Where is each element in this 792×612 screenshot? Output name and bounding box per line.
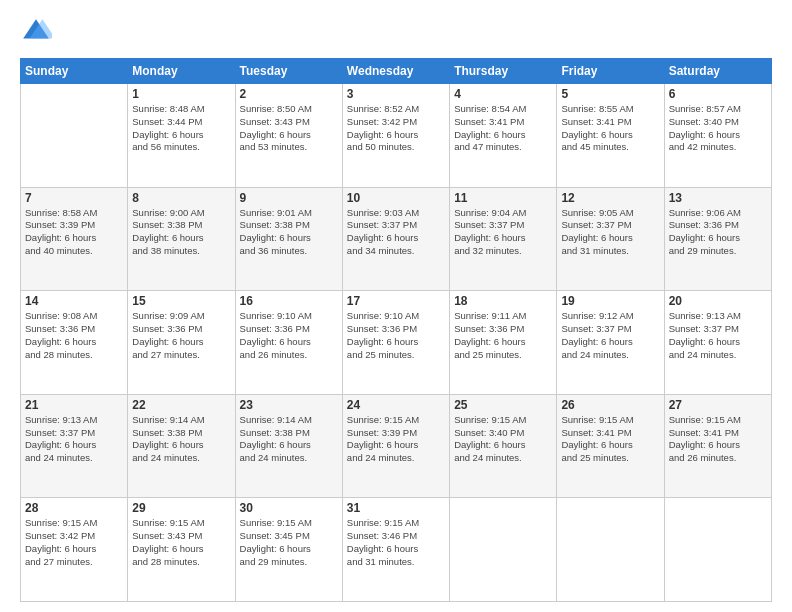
- day-number: 29: [132, 501, 230, 515]
- day-number: 27: [669, 398, 767, 412]
- day-number: 7: [25, 191, 123, 205]
- day-number: 25: [454, 398, 552, 412]
- calendar-cell: 2Sunrise: 8:50 AM Sunset: 3:43 PM Daylig…: [235, 84, 342, 188]
- calendar-cell: 4Sunrise: 8:54 AM Sunset: 3:41 PM Daylig…: [450, 84, 557, 188]
- calendar-cell: 15Sunrise: 9:09 AM Sunset: 3:36 PM Dayli…: [128, 291, 235, 395]
- day-info: Sunrise: 9:08 AM Sunset: 3:36 PM Dayligh…: [25, 310, 123, 361]
- day-info: Sunrise: 9:15 AM Sunset: 3:41 PM Dayligh…: [561, 414, 659, 465]
- day-number: 28: [25, 501, 123, 515]
- calendar-cell: 21Sunrise: 9:13 AM Sunset: 3:37 PM Dayli…: [21, 394, 128, 498]
- day-info: Sunrise: 8:52 AM Sunset: 3:42 PM Dayligh…: [347, 103, 445, 154]
- day-info: Sunrise: 9:14 AM Sunset: 3:38 PM Dayligh…: [240, 414, 338, 465]
- calendar-cell: 24Sunrise: 9:15 AM Sunset: 3:39 PM Dayli…: [342, 394, 449, 498]
- calendar-cell: 8Sunrise: 9:00 AM Sunset: 3:38 PM Daylig…: [128, 187, 235, 291]
- day-number: 31: [347, 501, 445, 515]
- day-number: 2: [240, 87, 338, 101]
- day-number: 16: [240, 294, 338, 308]
- day-header-friday: Friday: [557, 59, 664, 84]
- day-header-thursday: Thursday: [450, 59, 557, 84]
- day-info: Sunrise: 8:57 AM Sunset: 3:40 PM Dayligh…: [669, 103, 767, 154]
- day-header-tuesday: Tuesday: [235, 59, 342, 84]
- day-info: Sunrise: 9:11 AM Sunset: 3:36 PM Dayligh…: [454, 310, 552, 361]
- calendar-cell: 27Sunrise: 9:15 AM Sunset: 3:41 PM Dayli…: [664, 394, 771, 498]
- day-info: Sunrise: 9:15 AM Sunset: 3:40 PM Dayligh…: [454, 414, 552, 465]
- day-number: 24: [347, 398, 445, 412]
- day-number: 6: [669, 87, 767, 101]
- calendar-cell: [450, 498, 557, 602]
- calendar-header-row: SundayMondayTuesdayWednesdayThursdayFrid…: [21, 59, 772, 84]
- calendar-cell: 20Sunrise: 9:13 AM Sunset: 3:37 PM Dayli…: [664, 291, 771, 395]
- calendar: SundayMondayTuesdayWednesdayThursdayFrid…: [20, 58, 772, 602]
- calendar-cell: 22Sunrise: 9:14 AM Sunset: 3:38 PM Dayli…: [128, 394, 235, 498]
- calendar-cell: 7Sunrise: 8:58 AM Sunset: 3:39 PM Daylig…: [21, 187, 128, 291]
- day-number: 11: [454, 191, 552, 205]
- day-info: Sunrise: 9:09 AM Sunset: 3:36 PM Dayligh…: [132, 310, 230, 361]
- day-info: Sunrise: 8:50 AM Sunset: 3:43 PM Dayligh…: [240, 103, 338, 154]
- calendar-cell: [557, 498, 664, 602]
- day-number: 22: [132, 398, 230, 412]
- day-info: Sunrise: 9:03 AM Sunset: 3:37 PM Dayligh…: [347, 207, 445, 258]
- day-number: 12: [561, 191, 659, 205]
- day-header-saturday: Saturday: [664, 59, 771, 84]
- day-info: Sunrise: 9:01 AM Sunset: 3:38 PM Dayligh…: [240, 207, 338, 258]
- day-number: 23: [240, 398, 338, 412]
- day-number: 8: [132, 191, 230, 205]
- calendar-cell: 25Sunrise: 9:15 AM Sunset: 3:40 PM Dayli…: [450, 394, 557, 498]
- logo-icon: [20, 16, 52, 48]
- calendar-cell: 17Sunrise: 9:10 AM Sunset: 3:36 PM Dayli…: [342, 291, 449, 395]
- calendar-cell: 1Sunrise: 8:48 AM Sunset: 3:44 PM Daylig…: [128, 84, 235, 188]
- calendar-cell: 30Sunrise: 9:15 AM Sunset: 3:45 PM Dayli…: [235, 498, 342, 602]
- calendar-cell: 5Sunrise: 8:55 AM Sunset: 3:41 PM Daylig…: [557, 84, 664, 188]
- day-info: Sunrise: 9:15 AM Sunset: 3:39 PM Dayligh…: [347, 414, 445, 465]
- calendar-cell: [664, 498, 771, 602]
- calendar-cell: 26Sunrise: 9:15 AM Sunset: 3:41 PM Dayli…: [557, 394, 664, 498]
- calendar-cell: 3Sunrise: 8:52 AM Sunset: 3:42 PM Daylig…: [342, 84, 449, 188]
- calendar-cell: 14Sunrise: 9:08 AM Sunset: 3:36 PM Dayli…: [21, 291, 128, 395]
- week-row-0: 1Sunrise: 8:48 AM Sunset: 3:44 PM Daylig…: [21, 84, 772, 188]
- day-number: 18: [454, 294, 552, 308]
- week-row-3: 21Sunrise: 9:13 AM Sunset: 3:37 PM Dayli…: [21, 394, 772, 498]
- day-info: Sunrise: 9:04 AM Sunset: 3:37 PM Dayligh…: [454, 207, 552, 258]
- day-info: Sunrise: 9:10 AM Sunset: 3:36 PM Dayligh…: [240, 310, 338, 361]
- day-info: Sunrise: 9:15 AM Sunset: 3:45 PM Dayligh…: [240, 517, 338, 568]
- day-info: Sunrise: 8:58 AM Sunset: 3:39 PM Dayligh…: [25, 207, 123, 258]
- calendar-cell: 6Sunrise: 8:57 AM Sunset: 3:40 PM Daylig…: [664, 84, 771, 188]
- day-info: Sunrise: 8:48 AM Sunset: 3:44 PM Dayligh…: [132, 103, 230, 154]
- day-info: Sunrise: 9:13 AM Sunset: 3:37 PM Dayligh…: [669, 310, 767, 361]
- day-info: Sunrise: 9:12 AM Sunset: 3:37 PM Dayligh…: [561, 310, 659, 361]
- week-row-4: 28Sunrise: 9:15 AM Sunset: 3:42 PM Dayli…: [21, 498, 772, 602]
- calendar-cell: 19Sunrise: 9:12 AM Sunset: 3:37 PM Dayli…: [557, 291, 664, 395]
- day-info: Sunrise: 9:06 AM Sunset: 3:36 PM Dayligh…: [669, 207, 767, 258]
- day-info: Sunrise: 9:15 AM Sunset: 3:42 PM Dayligh…: [25, 517, 123, 568]
- day-number: 26: [561, 398, 659, 412]
- day-number: 30: [240, 501, 338, 515]
- header: [20, 16, 772, 48]
- day-number: 21: [25, 398, 123, 412]
- day-number: 9: [240, 191, 338, 205]
- day-number: 3: [347, 87, 445, 101]
- day-info: Sunrise: 8:55 AM Sunset: 3:41 PM Dayligh…: [561, 103, 659, 154]
- week-row-2: 14Sunrise: 9:08 AM Sunset: 3:36 PM Dayli…: [21, 291, 772, 395]
- week-row-1: 7Sunrise: 8:58 AM Sunset: 3:39 PM Daylig…: [21, 187, 772, 291]
- calendar-cell: 18Sunrise: 9:11 AM Sunset: 3:36 PM Dayli…: [450, 291, 557, 395]
- logo: [20, 16, 56, 48]
- day-info: Sunrise: 9:13 AM Sunset: 3:37 PM Dayligh…: [25, 414, 123, 465]
- calendar-cell: 29Sunrise: 9:15 AM Sunset: 3:43 PM Dayli…: [128, 498, 235, 602]
- day-header-monday: Monday: [128, 59, 235, 84]
- day-info: Sunrise: 9:15 AM Sunset: 3:43 PM Dayligh…: [132, 517, 230, 568]
- day-number: 17: [347, 294, 445, 308]
- day-number: 19: [561, 294, 659, 308]
- day-number: 4: [454, 87, 552, 101]
- calendar-cell: 31Sunrise: 9:15 AM Sunset: 3:46 PM Dayli…: [342, 498, 449, 602]
- day-info: Sunrise: 9:15 AM Sunset: 3:41 PM Dayligh…: [669, 414, 767, 465]
- day-info: Sunrise: 9:05 AM Sunset: 3:37 PM Dayligh…: [561, 207, 659, 258]
- day-info: Sunrise: 9:00 AM Sunset: 3:38 PM Dayligh…: [132, 207, 230, 258]
- day-number: 15: [132, 294, 230, 308]
- calendar-cell: 23Sunrise: 9:14 AM Sunset: 3:38 PM Dayli…: [235, 394, 342, 498]
- day-info: Sunrise: 9:10 AM Sunset: 3:36 PM Dayligh…: [347, 310, 445, 361]
- day-header-wednesday: Wednesday: [342, 59, 449, 84]
- day-info: Sunrise: 9:15 AM Sunset: 3:46 PM Dayligh…: [347, 517, 445, 568]
- day-info: Sunrise: 9:14 AM Sunset: 3:38 PM Dayligh…: [132, 414, 230, 465]
- day-number: 20: [669, 294, 767, 308]
- calendar-cell: 16Sunrise: 9:10 AM Sunset: 3:36 PM Dayli…: [235, 291, 342, 395]
